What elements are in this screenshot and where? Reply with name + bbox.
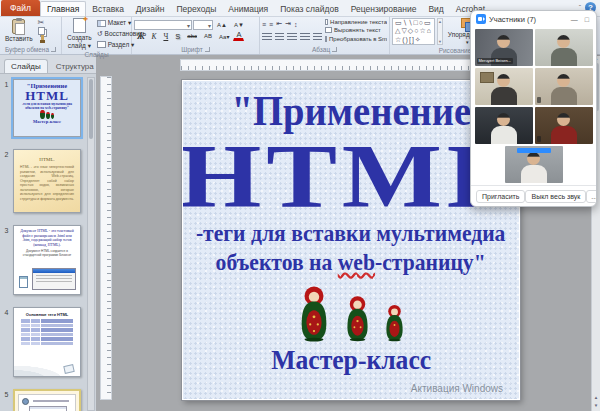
- increase-indent-icon[interactable]: ⇥: [285, 20, 291, 28]
- cut-scissors-icon[interactable]: ✂: [38, 18, 46, 27]
- font-dialog-launcher-icon[interactable]: [205, 47, 210, 52]
- participant-video[interactable]: [475, 107, 533, 144]
- matryoshka-doll-large: [295, 284, 333, 342]
- slide-thumbnail-1[interactable]: "Применение HTML -теги для вставки мульт…: [13, 79, 81, 137]
- shapes-scroll-up-icon[interactable]: ▲: [438, 19, 442, 24]
- justify-icon[interactable]: [300, 33, 310, 41]
- shapes-scroll-down-icon[interactable]: ▼: [438, 39, 442, 44]
- shapes-row[interactable]: ☆()[]✧: [395, 36, 432, 44]
- group-slides: Создать слайд ▾ Макет ▾ ↺Восстановить Ра…: [62, 17, 132, 54]
- align-text-icon: [325, 27, 332, 33]
- participant-video[interactable]: [475, 68, 533, 105]
- panel-scrollbar[interactable]: [87, 77, 95, 411]
- tab-slideshow[interactable]: Показ слайдов: [274, 2, 345, 16]
- mute-all-button[interactable]: Выкл весь звук: [525, 190, 586, 203]
- participant-video[interactable]: Meruyert Beisen...: [475, 29, 533, 66]
- grow-font-button[interactable]: А▲: [214, 20, 230, 30]
- tab-view[interactable]: Вид: [422, 2, 449, 16]
- slide-number: 1: [0, 79, 13, 137]
- bold-button[interactable]: Ж: [134, 31, 147, 41]
- text-direction-button[interactable]: Направление текста: [325, 19, 387, 25]
- font-group-label: Шрифт: [181, 46, 202, 53]
- font-size-combobox[interactable]: ▾: [193, 20, 213, 30]
- slide-thumbnail-2[interactable]: HTML. HTML - это язык гипертекстовой раз…: [13, 149, 81, 213]
- group-clipboard: Вставить ✂ Буфер обмена: [0, 17, 62, 54]
- slide-thumbnail-row-3: 3 Документ HTML - это текстовый файл с р…: [0, 225, 86, 295]
- strikethrough-button[interactable]: abc: [184, 31, 200, 41]
- slide-subtitle-line1[interactable]: -теги для вставки мультимедиа: [196, 219, 506, 248]
- zoom-footer: Пригласить Выкл весь звук ...: [471, 185, 596, 207]
- slide-number: 2: [0, 149, 13, 213]
- panel-scrollbar-thumb[interactable]: [89, 79, 93, 139]
- maximize-icon[interactable]: □: [583, 16, 591, 23]
- paste-label: Вставить: [5, 35, 33, 42]
- character-spacing-button[interactable]: АВ: [201, 31, 215, 41]
- align-text-button[interactable]: Выровнять текст: [325, 27, 387, 33]
- invite-button[interactable]: Пригласить: [476, 190, 525, 203]
- minimize-icon[interactable]: —: [569, 16, 580, 23]
- participant-name-tag: Meruyert Beisen...: [477, 58, 513, 64]
- shapes-row[interactable]: △▽◇○☆⌂: [395, 27, 432, 35]
- align-left-icon[interactable]: [262, 33, 272, 41]
- matryoshka-doll-small: [382, 303, 407, 342]
- more-options-button[interactable]: ...: [586, 190, 597, 203]
- tab-review[interactable]: Рецензирование: [345, 2, 423, 16]
- shapes-gallery-scrollbar[interactable]: ▲ ▼: [437, 18, 443, 45]
- italic-button[interactable]: К: [148, 31, 159, 41]
- copy-icon[interactable]: [38, 27, 45, 35]
- convert-smartart-button[interactable]: Преобразовать в Sma...: [325, 36, 387, 42]
- subtitle2-pre: объектов на: [216, 250, 338, 275]
- shapes-row[interactable]: ▭∖∖□○▭: [395, 19, 432, 27]
- tab-animations[interactable]: Анимация: [222, 2, 274, 16]
- numbering-icon[interactable]: ≡: [269, 21, 273, 28]
- text-shadow-button[interactable]: S: [172, 31, 183, 41]
- slides-panel: Слайды Структура ✕ 1 "Применение HTML -т…: [0, 55, 96, 411]
- underline-button[interactable]: Ч: [160, 31, 171, 41]
- decrease-indent-icon[interactable]: ⇤: [276, 20, 282, 28]
- tab-outline[interactable]: Структура: [50, 60, 96, 73]
- slide-thumbnail-4[interactable]: Основные теги HTML: [13, 307, 81, 377]
- matryoshka-doll-medium: [342, 294, 373, 342]
- tab-design[interactable]: Дизайн: [130, 2, 171, 16]
- line-spacing-icon[interactable]: ↕: [294, 21, 298, 28]
- paste-button[interactable]: Вставить: [2, 18, 36, 43]
- tab-slides-thumbnails[interactable]: Слайды: [4, 59, 48, 73]
- previous-slide-icon[interactable]: ▲: [594, 395, 598, 400]
- slide-thumbnail-5[interactable]: [13, 389, 81, 411]
- next-slide-icon[interactable]: ▼: [594, 403, 598, 408]
- matryoshka-dolls-image[interactable]: [295, 282, 407, 342]
- shrink-font-button[interactable]: А▼: [231, 20, 247, 30]
- format-painter-icon[interactable]: [38, 35, 46, 43]
- shapes-gallery[interactable]: ▭∖∖□○▭ △▽◇○☆⌂ ☆()[]✧: [392, 18, 435, 45]
- zoom-titlebar[interactable]: Участники (7) — □: [471, 11, 596, 27]
- participant-video[interactable]: [535, 29, 593, 66]
- slide-thumbnail-3[interactable]: Документ HTML - это текстовый файл с рас…: [13, 225, 81, 295]
- participant-video[interactable]: [535, 68, 593, 105]
- slide-subtitle-line2[interactable]: объектов на web-страницу": [216, 248, 486, 277]
- notepad-file-icon: [19, 276, 28, 288]
- slide-thumbnail-row-5: 5: [0, 389, 86, 411]
- zoom-title: Участники (7): [489, 15, 566, 24]
- new-slide-label1: Создать: [67, 34, 92, 41]
- participant-video[interactable]: [535, 107, 593, 144]
- tab-transitions[interactable]: Переходы: [170, 2, 222, 16]
- slide-footer-text[interactable]: Мастер-класс: [271, 344, 431, 376]
- columns-icon[interactable]: [313, 33, 322, 41]
- zoom-participants-window[interactable]: Участники (7) — □ Meruyert Beisen... При…: [470, 10, 597, 207]
- tab-file[interactable]: Файл: [1, 0, 40, 16]
- vertical-ruler[interactable]: [100, 76, 112, 400]
- tab-insert[interactable]: Вставка: [86, 2, 130, 16]
- font-color-button[interactable]: А: [233, 31, 244, 41]
- new-slide-button[interactable]: Создать слайд ▾: [64, 18, 95, 50]
- align-center-icon[interactable]: [275, 33, 284, 41]
- smartart-icon: [325, 36, 327, 42]
- change-case-button[interactable]: Аа▾: [216, 31, 232, 41]
- subtitle2-web-misspell: web: [338, 250, 375, 275]
- align-right-icon[interactable]: [287, 33, 297, 41]
- paragraph-dialog-launcher-icon[interactable]: [332, 47, 337, 52]
- clipboard-dialog-launcher-icon[interactable]: [51, 47, 56, 52]
- font-name-combobox[interactable]: ▾: [134, 20, 192, 30]
- bullets-icon[interactable]: ≡: [262, 21, 266, 28]
- participant-video[interactable]: [505, 146, 563, 183]
- tab-home[interactable]: Главная: [40, 1, 86, 16]
